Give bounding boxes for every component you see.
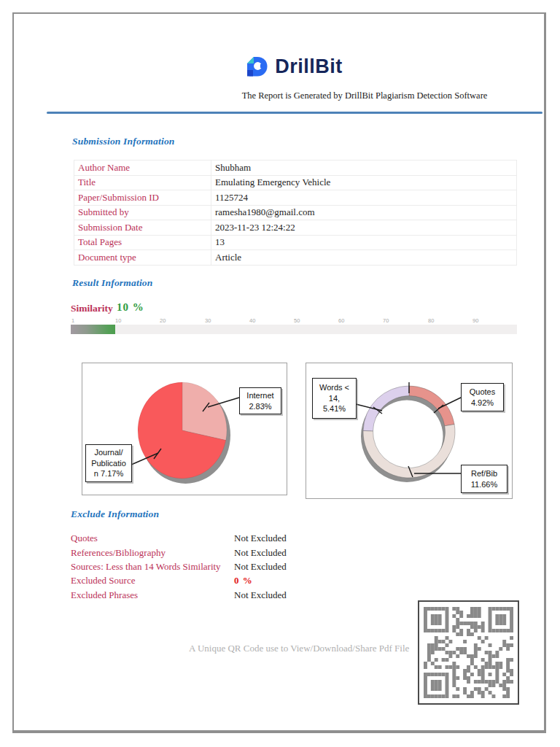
source-distribution-pie-chart: Internet 2.83% Journal/ Publicatio n 7.1…: [82, 363, 287, 495]
similarity-scale: 1 10 20 30 40 50 60 70 80 90: [71, 317, 517, 324]
scale-tick: 50: [294, 317, 300, 324]
field-value: Shubham: [211, 160, 517, 176]
chart-callout-internet: Internet 2.83%: [239, 387, 281, 414]
similarity-value: 10 %: [117, 301, 144, 314]
list-item: QuotesNot Excluded: [71, 533, 479, 544]
field-label: Quotes: [71, 533, 98, 543]
chart-callout-words: Words < 14, 5.41%: [312, 378, 357, 419]
scale-tick: 80: [428, 317, 434, 324]
result-info-heading: Result Information: [72, 277, 153, 289]
table-row: Total Pages13: [74, 235, 517, 250]
similarity-label: Similarity: [71, 303, 113, 314]
field-value: Not Excluded: [234, 547, 287, 559]
field-value: Not Excluded: [234, 533, 287, 544]
field-label: Author Name: [74, 160, 211, 176]
scale-tick: 40: [249, 317, 255, 324]
exclusion-distribution-donut-chart: Words < 14, 5.41% Quotes 4.92% Ref/Bib 1…: [306, 363, 513, 499]
field-value: ramesha1980@gmail.com: [211, 205, 517, 220]
drillbit-logo-icon: [245, 55, 268, 78]
field-label: Document type: [74, 250, 211, 266]
field-value: 0 %: [234, 575, 253, 587]
page-border: DrillBit The Report is Generated by Dril…: [12, 12, 546, 733]
field-label: Submitted by: [74, 205, 211, 220]
table-row: Submitted byramesha1980@gmail.com: [74, 205, 517, 220]
scale-tick: 10: [115, 317, 121, 324]
chart-callout-refbib: Ref/Bib 11.66%: [461, 465, 508, 493]
similarity-bar-fill: [71, 325, 115, 334]
field-value: Emulating Emergency Vehicle: [211, 175, 517, 190]
field-label: Excluded Phrases: [71, 589, 138, 600]
table-row: Submission Date2023-11-23 12:24:22: [74, 220, 517, 236]
report-page-stage: DrillBit The Report is Generated by Dril…: [0, 0, 560, 747]
header-divider: [47, 112, 542, 114]
chart-callout-journal: Journal/ Publicatio n 7.17%: [85, 444, 132, 482]
list-item: Excluded Source0 %: [71, 575, 479, 587]
field-value: 13: [211, 235, 517, 250]
field-value: 2023-11-23 12:24:22: [211, 220, 517, 236]
field-value: Not Excluded: [234, 561, 287, 573]
scale-tick: 60: [338, 317, 344, 324]
scale-tick: 1: [71, 317, 74, 324]
field-label: Paper/Submission ID: [74, 190, 211, 206]
exclude-info-heading: Exclude Information: [71, 508, 159, 520]
list-item: Sources: Less than 14 Words SimilarityNo…: [71, 561, 479, 573]
table-row: Document typeArticle: [74, 250, 517, 266]
table-row: Paper/Submission ID1125724: [74, 190, 517, 206]
drillbit-logo: DrillBit: [14, 55, 560, 78]
qr-caption: A Unique QR Code use to View/Download/Sh…: [189, 643, 411, 654]
submission-info-heading: Submission Information: [72, 136, 175, 147]
field-label: Sources: Less than 14 Words Similarity: [71, 561, 221, 572]
scale-tick: 20: [160, 317, 166, 324]
scale-tick: 70: [383, 317, 389, 324]
table-row: Author NameShubham: [74, 160, 517, 176]
field-label: Excluded Source: [71, 575, 135, 586]
list-item: Excluded PhrasesNot Excluded: [71, 589, 479, 601]
field-value: Article: [211, 250, 517, 266]
table-row: TitleEmulating Emergency Vehicle: [74, 175, 517, 190]
field-label: Title: [74, 175, 211, 190]
drillbit-logo-text: DrillBit: [275, 55, 343, 78]
chart-callout-quotes: Quotes 4.92%: [461, 383, 504, 411]
scale-tick: 30: [205, 317, 211, 324]
field-value: 1125724: [211, 190, 517, 206]
field-label: References/Bibliography: [71, 547, 166, 558]
qr-code: [418, 600, 519, 705]
field-label: Total Pages: [74, 235, 211, 250]
submission-table: Author NameShubham TitleEmulating Emerge…: [74, 160, 517, 266]
scale-tick: 90: [472, 317, 478, 324]
field-label: Submission Date: [74, 220, 211, 236]
list-item: References/BibliographyNot Excluded: [71, 547, 479, 559]
field-value: Not Excluded: [234, 589, 287, 601]
report-tagline: The Report is Generated by DrillBit Plag…: [233, 90, 497, 101]
similarity-bar-track: [71, 325, 517, 334]
qr-code-image: [424, 607, 513, 698]
